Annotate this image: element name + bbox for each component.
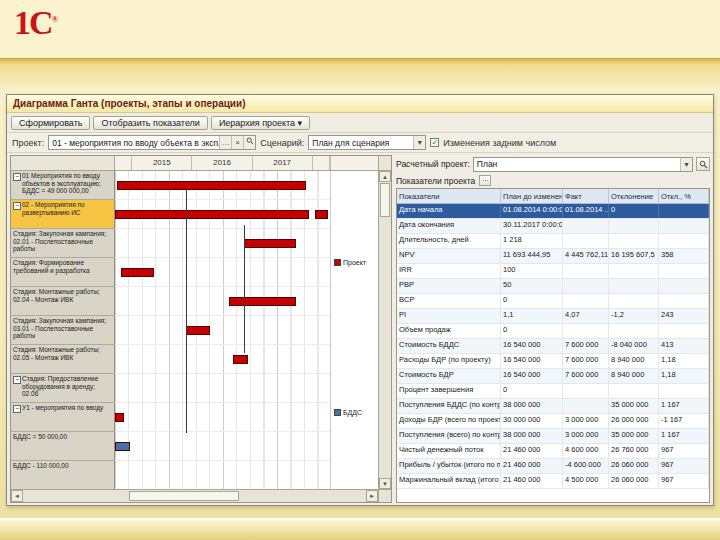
table-row[interactable]: Стоимость БДР16 540 0007 600 0008 940 00…: [397, 369, 709, 384]
table-cell: [659, 264, 709, 278]
table-cell: PBP: [397, 279, 501, 293]
search-icon[interactable]: [243, 136, 255, 149]
chevron-down-icon[interactable]: ▾: [413, 136, 425, 149]
table-row[interactable]: Стоимость БДДС16 540 0007 600 000-8 040 …: [397, 339, 709, 354]
expander-icon[interactable]: −: [13, 202, 21, 210]
table-row[interactable]: Поступления (всего) по контракту38 000 0…: [397, 429, 709, 444]
toolbar-button[interactable]: Иерархия проекта ▾: [211, 116, 310, 130]
table-cell: Поступления (всего) по контракту: [397, 429, 501, 443]
slide-bottom-band: [0, 518, 720, 540]
scroll-left-icon[interactable]: ◄: [11, 490, 23, 502]
expander-icon[interactable]: −: [13, 173, 21, 181]
table-cell: 100: [501, 264, 563, 278]
expander-icon[interactable]: −: [13, 405, 21, 413]
scroll-up-icon[interactable]: ▲: [379, 171, 391, 182]
table-row[interactable]: Объем продаж0: [397, 324, 709, 339]
column-header[interactable]: Факт: [563, 189, 609, 203]
scenario-filter-input[interactable]: План для сценария ▾: [308, 135, 426, 150]
table-cell: 8 940 000: [609, 369, 659, 383]
table-cell: 0: [501, 384, 563, 398]
gantt-bar[interactable]: [115, 210, 309, 219]
column-header[interactable]: Показатели: [397, 189, 501, 203]
table-row[interactable]: PI1,14,07-1,2243: [397, 309, 709, 324]
clear-button[interactable]: ×: [231, 136, 243, 149]
calc-project-input[interactable]: План ▾: [473, 157, 693, 172]
vertical-scroll-track[interactable]: [379, 218, 391, 478]
vertical-scrollbar[interactable]: ▲ ▼: [378, 171, 391, 489]
project-filter-input[interactable]: 01 - мероприятия по вводу объекта в эксп…: [48, 135, 256, 150]
table-row[interactable]: BCP0: [397, 294, 709, 309]
scroll-right-icon[interactable]: ►: [366, 490, 378, 502]
table-row[interactable]: Доходы БДР (всего по проекту)30 000 0003…: [397, 414, 709, 429]
gantt-row-label[interactable]: Стадия: Закупочная кампания; 02.01 - Пос…: [11, 229, 115, 258]
gantt-row-label-text: Стадия: Формирование требований и разраб…: [13, 259, 113, 285]
gantt-bar[interactable]: [315, 210, 328, 219]
column-header[interactable]: План до изменений: [501, 189, 563, 203]
toolbar-button[interactable]: Сформировать: [11, 116, 90, 130]
gantt-row-label[interactable]: БДДС - 110 000,00: [11, 461, 115, 489]
year-label: [115, 156, 132, 170]
gantt-row-label[interactable]: −01 Мероприятия по вводу объектов в эксп…: [11, 171, 115, 200]
search-button[interactable]: [696, 157, 710, 171]
project-filter-value: 01 - мероприятия по вводу объекта в эксп…: [52, 138, 219, 148]
gantt-bar[interactable]: [115, 413, 124, 422]
table-cell: PI: [397, 309, 501, 323]
horizontal-scrollbar[interactable]: ◄ ►: [11, 489, 391, 502]
table-cell: Поступления БДДС (по контракту): [397, 399, 501, 413]
gantt-row-label[interactable]: Стадия: Закупочная кампания; 03.01 - Пос…: [11, 316, 115, 345]
gantt-body: −01 Мероприятия по вводу объектов в эксп…: [11, 171, 391, 489]
table-cell: 243: [659, 309, 709, 323]
table-row[interactable]: Маржинальный вклад (итого по п...21 460 …: [397, 474, 709, 489]
table-row[interactable]: Дата окончания30.11.2017 0:00:00: [397, 219, 709, 234]
legend-swatch: [334, 409, 341, 416]
vertical-scroll-thumb[interactable]: [380, 183, 390, 217]
table-cell: 16 195 607,5: [609, 249, 659, 263]
gantt-bar[interactable]: [121, 268, 153, 277]
table-cell: 967: [659, 444, 709, 458]
gantt-bar[interactable]: [229, 297, 296, 306]
table-row[interactable]: Дата начала01.08.2014 0:00:0001.08.2014 …: [397, 204, 709, 219]
gantt-row-label[interactable]: Стадия: Формирование требований и разраб…: [11, 258, 115, 287]
table-row[interactable]: Чистый денежный поток21 460 0004 600 000…: [397, 444, 709, 459]
gantt-bar[interactable]: [115, 442, 130, 451]
gantt-bar[interactable]: [244, 239, 296, 248]
horizontal-scroll-track[interactable]: [239, 490, 366, 502]
table-row[interactable]: PBP50: [397, 279, 709, 294]
gantt-row-label[interactable]: Стадия: Монтажные работы; 02.05 - Монтаж…: [11, 345, 115, 374]
gantt-row-label[interactable]: БДДС = 50 000,00: [11, 432, 115, 461]
ellipsis-button[interactable]: …: [219, 136, 231, 149]
table-row[interactable]: Прибыль / убыток (итого по проек...21 46…: [397, 459, 709, 474]
toolbar-button[interactable]: Отобразить показатели: [93, 116, 207, 130]
table-row[interactable]: NPV11 693 444,954 445 762,1116 195 607,5…: [397, 249, 709, 264]
expander-icon[interactable]: −: [13, 376, 21, 384]
table-row[interactable]: IRR100: [397, 264, 709, 279]
gantt-chart-row: [115, 287, 330, 316]
gantt-row-label[interactable]: −У1 - мероприятия по вводу: [11, 403, 115, 432]
table-row[interactable]: Длительность, дней1 218: [397, 234, 709, 249]
gantt-bar[interactable]: [233, 355, 248, 364]
gantt-row-label-text: Стадия: Монтажные работы; 02.05 - Монтаж…: [13, 346, 113, 372]
table-cell: [659, 294, 709, 308]
table-cell: 38 000 000: [501, 429, 563, 443]
gantt-row-label[interactable]: −02 - Мероприятия по развертыванию ИС: [11, 200, 115, 229]
horizontal-scroll-thumb[interactable]: [129, 491, 239, 501]
table-row[interactable]: Поступления БДДС (по контракту)38 000 00…: [397, 399, 709, 414]
chevron-down-icon[interactable]: ▾: [680, 158, 692, 171]
table-cell: -8 040 000: [609, 339, 659, 353]
gantt-row-label[interactable]: Стадия: Монтажные работы; 02.04 - Монтаж…: [11, 287, 115, 316]
column-header[interactable]: Откл., %: [659, 189, 709, 203]
settings-icon[interactable]: ⋯: [479, 175, 491, 186]
column-header[interactable]: Отклонение: [609, 189, 659, 203]
scrollbar-cap: [378, 156, 391, 170]
legend-label: БДДС: [343, 409, 362, 416]
scroll-down-icon[interactable]: ▼: [379, 478, 391, 489]
backdate-checkbox[interactable]: ✓: [430, 138, 439, 147]
table-cell: [659, 384, 709, 398]
gantt-row-label[interactable]: −Стадия: Предоставление оборудования в а…: [11, 374, 115, 403]
gantt-header-corner: [11, 156, 115, 170]
table-row[interactable]: Расходы БДР (по проекту)16 540 0007 600 …: [397, 354, 709, 369]
table-row[interactable]: Процент завершения0: [397, 384, 709, 399]
gantt-bar[interactable]: [186, 326, 210, 335]
table-cell: 3 000 000: [563, 429, 609, 443]
gantt-bar[interactable]: [117, 181, 306, 190]
